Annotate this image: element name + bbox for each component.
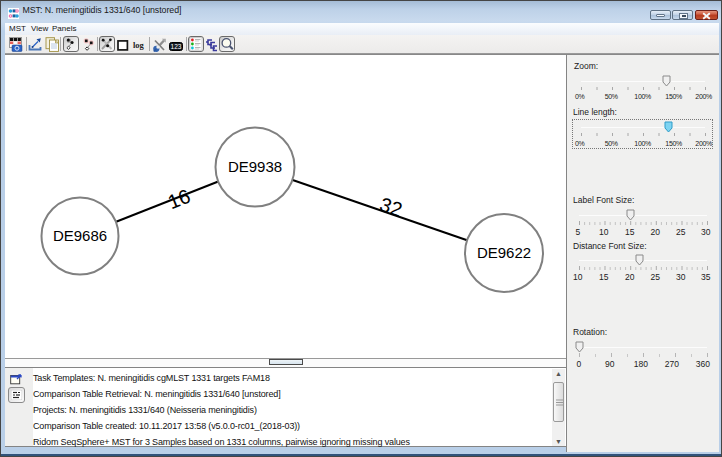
svg-text:16: 16 xyxy=(165,185,194,214)
svg-text:DE9686: DE9686 xyxy=(53,227,107,244)
svg-text:DE9622: DE9622 xyxy=(477,244,531,261)
svg-text:123: 123 xyxy=(171,43,182,50)
svg-text:DE9938: DE9938 xyxy=(228,158,282,175)
